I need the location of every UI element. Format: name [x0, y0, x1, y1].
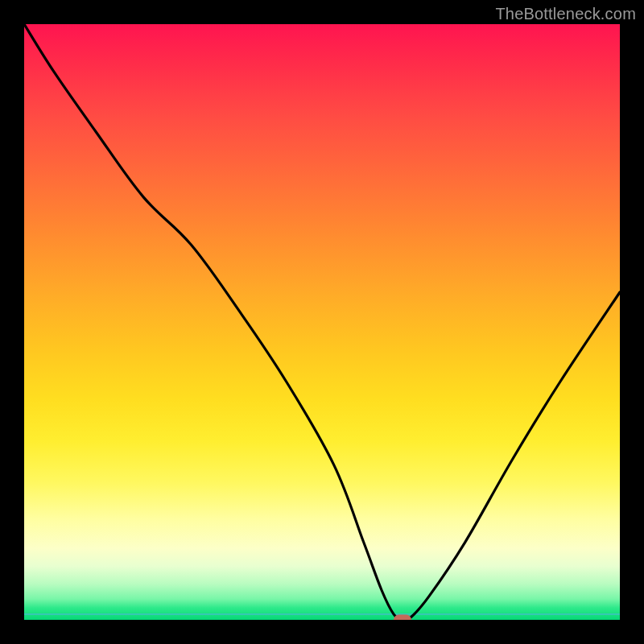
chart-stage: TheBottleneck.com [0, 0, 644, 644]
watermark-text: TheBottleneck.com [495, 5, 636, 23]
plot-area [24, 24, 620, 620]
bottleneck-curve [24, 24, 620, 620]
